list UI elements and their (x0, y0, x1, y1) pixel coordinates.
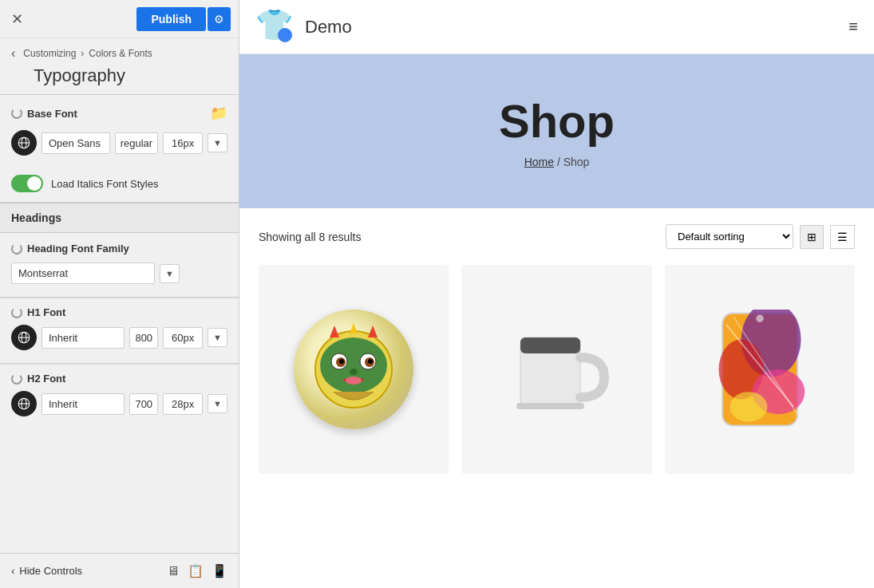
svg-rect-24 (516, 403, 584, 409)
headings-header: Headings (0, 203, 239, 233)
tablet-view-button[interactable]: 📋 (188, 563, 204, 578)
shop-toolbar: Showing all 8 results Default sorting ⊞ … (259, 224, 855, 249)
svg-point-15 (339, 359, 344, 364)
h2-font-weight-select[interactable]: 700 (129, 393, 158, 415)
hero-breadcrumb-current: Shop (564, 156, 590, 168)
desktop-view-button[interactable]: 🖥 (167, 563, 180, 578)
svg-point-33 (756, 315, 763, 322)
h1-font-control-row: Inherit 800 60px ▼ (11, 325, 227, 350)
h1-font-section: H1 Font Inherit 800 60px ▼ (0, 298, 239, 363)
panel-content: Base Font 📁 Open Sans regular 16px ▼ Loa… (0, 95, 239, 588)
h2-loading-icon (11, 373, 22, 385)
h2-font-size-select[interactable]: 28px (163, 393, 203, 415)
h2-font-name-select[interactable]: Inherit (42, 393, 125, 415)
right-panel: 👕 Demo ≡ Shop Home / Shop Showing all 8 … (239, 0, 874, 588)
base-font-size-select[interactable]: 16px (163, 132, 203, 154)
base-font-header: Base Font 📁 (11, 105, 227, 122)
italics-toggle-row: Load Italics Font Styles (0, 168, 239, 202)
h1-loading-icon (11, 307, 22, 318)
demo-logo: 👕 Demo (255, 7, 352, 47)
close-button[interactable]: ✕ (8, 7, 26, 31)
product-card-1[interactable] (259, 265, 449, 474)
folder-icon[interactable]: 📁 (210, 105, 227, 122)
hero-breadcrumb-home[interactable]: Home (524, 156, 554, 168)
heading-font-family-section: Heading Font Family Montserrat ▼ (0, 233, 239, 297)
svg-marker-20 (350, 323, 358, 333)
h1-font-size-select[interactable]: 60px (163, 327, 203, 349)
heading-font-select-row: Montserrat ▼ (11, 262, 227, 284)
base-font-label: Base Font (27, 108, 77, 120)
mobile-view-button[interactable]: 📱 (212, 563, 227, 578)
base-font-title: Base Font (11, 108, 77, 120)
hero-banner: Shop Home / Shop (239, 54, 874, 208)
gear-button[interactable]: ⚙ (208, 7, 231, 31)
hide-controls-label: Hide Controls (19, 565, 82, 577)
product-1-image (306, 322, 401, 417)
breadcrumb-area: ‹ Customizing › Colors & Fonts (0, 38, 239, 64)
h1-font-title: H1 Font (11, 306, 227, 318)
sort-select[interactable]: Default sorting (666, 224, 793, 249)
h2-font-section: H2 Font Inherit 700 28px ▼ (0, 364, 239, 429)
base-font-dropdown-arrow[interactable]: ▼ (208, 133, 227, 152)
page-title: Typography (34, 65, 125, 85)
h2-font-dropdown-arrow[interactable]: ▼ (208, 394, 227, 413)
h1-font-label: H1 Font (27, 306, 65, 318)
h1-font-weight-select[interactable]: 800 (129, 327, 158, 349)
svg-point-10 (320, 337, 387, 393)
breadcrumb-colors-fonts[interactable]: Colors & Fonts (89, 48, 152, 59)
base-font-control-row: Open Sans regular 16px ▼ (11, 130, 227, 156)
shop-content: Showing all 8 results Default sorting ⊞ … (239, 208, 874, 588)
product-card-2[interactable] (461, 265, 651, 474)
product-card-3[interactable] (665, 265, 855, 474)
svg-point-17 (350, 369, 358, 375)
hamburger-menu-button[interactable]: ≡ (848, 18, 858, 36)
list-view-button[interactable]: ☰ (830, 225, 855, 249)
svg-marker-19 (330, 326, 339, 337)
demo-logo-image: 👕 (255, 7, 295, 47)
breadcrumb-arrow: › (81, 48, 84, 59)
svg-marker-21 (368, 326, 378, 337)
h1-font-globe (11, 325, 37, 350)
h1-font-name-select[interactable]: Inherit (42, 327, 125, 349)
product-2-image (500, 314, 612, 425)
top-bar: ✕ Publish ⚙ (0, 0, 239, 38)
page-title-area: Typography (0, 64, 239, 94)
italics-toggle[interactable] (11, 175, 43, 192)
base-font-name-select[interactable]: Open Sans (42, 132, 110, 154)
svg-rect-23 (520, 337, 580, 353)
product-3-image (708, 310, 812, 429)
h2-font-globe (11, 391, 37, 416)
heading-font-name-select[interactable]: Montserrat (11, 262, 155, 284)
base-font-section: Base Font 📁 Open Sans regular 16px ▼ (0, 95, 239, 168)
hero-breadcrumb: Home / Shop (255, 156, 858, 168)
base-font-style-select[interactable]: regular (115, 132, 158, 154)
breadcrumb-customizing[interactable]: Customizing (23, 48, 76, 59)
svg-point-30 (730, 392, 767, 422)
shop-sort-area: Default sorting ⊞ ☰ (666, 224, 855, 249)
h1-font-dropdown-arrow[interactable]: ▼ (208, 328, 227, 347)
heading-font-family-label: Heading Font Family (27, 243, 129, 255)
h2-font-title: H2 Font (11, 373, 227, 385)
hero-title: Shop (255, 94, 858, 148)
base-font-globe (11, 130, 37, 156)
hide-controls-chevron: ‹ (11, 565, 14, 577)
italics-toggle-label: Load Italics Font Styles (51, 178, 158, 190)
left-panel: ✕ Publish ⚙ ‹ Customizing › Colors & Fon… (0, 0, 239, 588)
svg-point-16 (368, 359, 373, 364)
product-grid (259, 265, 855, 474)
svg-point-18 (346, 377, 362, 385)
publish-group: Publish ⚙ (136, 7, 231, 31)
blue-dot-decoration (278, 28, 292, 42)
heading-font-family-title: Heading Font Family (11, 243, 227, 255)
hide-controls-button[interactable]: ‹ Hide Controls (11, 565, 82, 577)
loading-icon (11, 108, 22, 119)
bottom-bar: ‹ Hide Controls 🖥 📋 📱 (0, 553, 239, 588)
device-icons: 🖥 📋 📱 (167, 563, 227, 578)
heading-font-dropdown-arrow[interactable]: ▼ (160, 264, 180, 283)
grid-view-button[interactable]: ⊞ (800, 225, 824, 249)
publish-button[interactable]: Publish (136, 7, 206, 31)
back-button[interactable]: ‹ (11, 46, 15, 61)
h2-font-control-row: Inherit 700 28px ▼ (11, 391, 227, 416)
h2-font-label: H2 Font (27, 373, 65, 385)
demo-site-title: Demo (305, 17, 352, 37)
